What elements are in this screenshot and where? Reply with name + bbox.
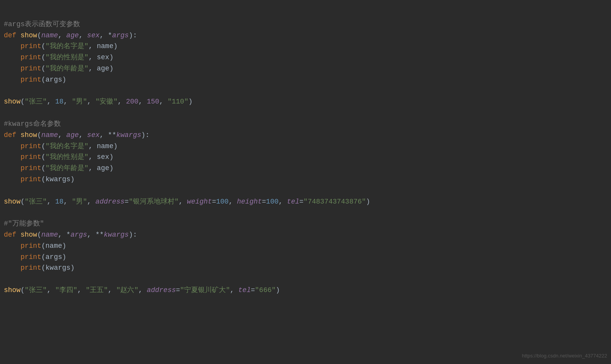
str-4: "我的名字是" — [45, 142, 89, 150]
kwarg-num-weight: 100 — [216, 198, 228, 205]
param-args-1: args — [112, 32, 129, 39]
str-6: "我的年龄是" — [45, 164, 89, 172]
call-str-6: "男" — [72, 198, 87, 205]
comment-2: #kwargs命名参数 — [4, 120, 61, 128]
call-str-3: "安徽" — [96, 98, 118, 105]
print-4: print — [20, 76, 41, 83]
print-2: print — [20, 53, 41, 61]
code-editor: #args表示函数可变参数 def show(name, age, sex, *… — [4, 8, 607, 296]
print-9: print — [20, 242, 41, 250]
print-1: print — [20, 42, 41, 50]
param-args-2: args — [70, 231, 87, 239]
func-name-1: show — [20, 32, 37, 39]
paren-open-1: ( — [37, 32, 41, 39]
call-str-9: "王五" — [86, 286, 108, 294]
call-num-3: 150 — [147, 98, 159, 105]
param-sex-2: sex — [87, 131, 99, 139]
kwarg-address: address — [96, 198, 125, 205]
print-10: print — [20, 253, 41, 261]
param-age-2: age — [66, 131, 79, 139]
call-show-1: show — [4, 98, 20, 105]
call-str-5: "张三" — [25, 198, 47, 205]
print-7: print — [20, 164, 41, 172]
keyword-def-3: def — [4, 231, 20, 239]
call-str-2: "男" — [72, 98, 87, 105]
watermark: https://blog.csdn.net/weixin_43774222 — [522, 352, 607, 360]
kwarg-address-2: address — [147, 286, 176, 294]
func-name-2: show — [20, 131, 37, 139]
comment-3: #"万能参数" — [4, 220, 44, 227]
call-str-1: "张三" — [25, 98, 47, 105]
str-3: "我的年龄是" — [45, 65, 89, 72]
str-1: "我的名字是" — [45, 42, 89, 50]
print-6: print — [20, 153, 41, 161]
call-num-4: 18 — [55, 198, 64, 205]
call-str-4: "110" — [168, 98, 188, 105]
comment-1: #args表示函数可变参数 — [4, 20, 80, 28]
kwarg-height: height — [237, 198, 262, 205]
param-name-3: name — [41, 231, 58, 239]
func-name-3: show — [20, 231, 37, 239]
str-5: "我的性别是" — [45, 153, 89, 161]
call-num-1: 18 — [55, 98, 64, 105]
param-kwargs-2: kwargs — [104, 231, 129, 239]
kwarg-weight: weight — [187, 198, 212, 205]
call-str-8: "李四" — [55, 286, 77, 294]
kwarg-num-height: 100 — [266, 198, 279, 205]
param-name-1: name — [41, 32, 58, 39]
str-2: "我的性别是" — [45, 53, 89, 61]
param-name-2: name — [41, 131, 58, 139]
kwarg-val-tel: "7483743743876" — [304, 198, 366, 205]
call-str-7: "张三" — [25, 286, 47, 294]
kwarg-val-tel-2: "666" — [255, 286, 276, 294]
kwarg-tel-2: tel — [238, 286, 251, 294]
kwarg-val-address-2: "宁夏银川矿大" — [180, 286, 230, 294]
print-8: print — [20, 175, 41, 183]
print-3: print — [20, 65, 41, 72]
call-num-2: 200 — [126, 98, 138, 105]
call-str-10: "赵六" — [116, 286, 139, 294]
print-11: print — [20, 264, 41, 272]
keyword-def-1: def — [4, 32, 20, 39]
call-show-2: show — [4, 198, 20, 205]
print-5: print — [20, 142, 41, 150]
kwarg-tel: tel — [287, 198, 299, 205]
param-kwargs-1: kwargs — [116, 131, 141, 139]
param-age-1: age — [66, 32, 79, 39]
call-show-3: show — [4, 286, 20, 294]
param-sex-1: sex — [87, 32, 99, 39]
kwarg-val-address: "银河系地球村" — [129, 198, 179, 205]
keyword-def-2: def — [4, 131, 20, 139]
